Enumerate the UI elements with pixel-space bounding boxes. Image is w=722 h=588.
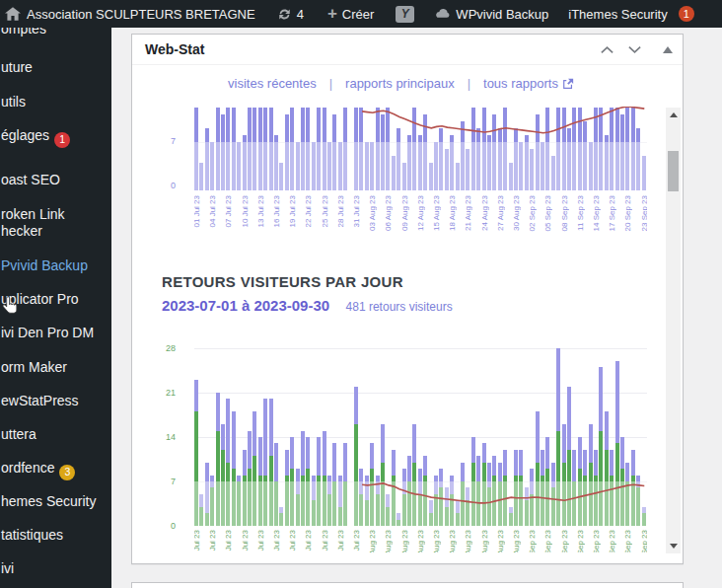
chart-xtick-label: Aug 23: [368, 530, 377, 552]
report-date-range: 2023-07-01 à 2023-09-30: [162, 297, 329, 314]
link-visites-recentes[interactable]: visites récentes: [228, 76, 317, 91]
trend-line: [194, 107, 647, 190]
chart-xtick-label: Jul 23: [352, 530, 361, 551]
chart-xtick-label: 28 Jul 23: [336, 195, 345, 227]
sidebar-item-label: uttera: [1, 426, 36, 442]
link-tous-rapports[interactable]: tous rapports: [483, 76, 558, 91]
report-total-count: 481 retours visiteurs: [346, 300, 453, 314]
chart2-ytick-21: 21: [140, 388, 176, 398]
wpvivid-backup-menu[interactable]: WPvivid Backup: [434, 7, 548, 22]
move-down-icon[interactable]: [627, 45, 642, 54]
chart-xtick-label: Sep 23: [623, 530, 632, 552]
chart-xtick-label: 01 Jul 23: [194, 195, 201, 227]
chart-xtick-label: Jul 23: [208, 530, 217, 551]
chart-xtick-label: Aug 23: [400, 530, 409, 552]
sidebar-item-oast-seo[interactable]: oast SEO: [1, 173, 60, 187]
chart-xtick-label: 03 Aug 23: [368, 195, 377, 231]
chart-xtick-label: Sep 23: [560, 530, 569, 552]
cloud-icon: [434, 8, 451, 20]
scrollbar-thumb[interactable]: [668, 151, 679, 191]
sidebar-item-label: églages: [1, 127, 49, 143]
sidebar-item-ivi[interactable]: ivi: [1, 561, 14, 576]
sidebar-item-orm-maker[interactable]: orm Maker: [1, 360, 67, 375]
updates-button[interactable]: 4: [277, 7, 304, 22]
ithemes-security-menu[interactable]: iThemes Security 1: [568, 6, 693, 22]
chart-xtick-label: 10 Jul 23: [241, 195, 250, 227]
next-panel-edge: [131, 582, 684, 588]
chart-xtick-label: 24 Aug 23: [480, 195, 489, 231]
scroll-down-icon[interactable]: [666, 539, 681, 553]
sidebar-item-label: ivi Den Pro DM: [1, 325, 94, 340]
chart-xtick-label: 21 Aug 23: [464, 195, 472, 231]
content-area: Web-Stat visites récentes|rapports princ…: [111, 28, 722, 588]
site-name-link[interactable]: Association SCULPTEURS BRETAGNE: [27, 7, 255, 22]
chart-xtick-label: 02 Sep 23: [528, 195, 537, 231]
chart-xtick-label: Jul 23: [224, 530, 233, 551]
returns-chart-xlabels: Jul 23Jul 23Jul 23Jul 23Jul 23Jul 23Jul …: [194, 530, 647, 552]
sidebar-item-hemes-security[interactable]: hemes Security: [1, 494, 96, 509]
security-notification-badge: 1: [679, 6, 694, 22]
chart-xtick-label: 19 Jul 23: [288, 195, 297, 227]
chart-xtick-label: Sep 23: [640, 530, 647, 552]
chart-xtick-label: Jul 23: [256, 530, 265, 551]
admin-sidebar: omptesutureutilséglages1oast SEOroken Li…: [0, 0, 111, 588]
scroll-up-icon[interactable]: [666, 108, 681, 122]
returns-chart-plot: [194, 348, 647, 526]
report-links: visites récentes|rapports principaux|tou…: [132, 76, 670, 93]
chart-xtick-label: Sep 23: [592, 530, 601, 552]
chart-xtick-label: 05 Sep 23: [543, 195, 552, 231]
chart2-ytick-14: 14: [140, 432, 176, 442]
sidebar-item-ivi-den-pro-dm[interactable]: ivi Den Pro DM: [1, 326, 94, 340]
chart-xtick-label: 31 Jul 23: [352, 195, 361, 227]
report-scrollbar[interactable]: [666, 108, 681, 553]
move-up-icon[interactable]: [600, 45, 614, 54]
chart-xtick-label: Sep 23: [576, 530, 585, 552]
link-rapports-principaux[interactable]: rapports principaux: [345, 76, 455, 91]
chart-xtick-label: Aug 23: [432, 530, 441, 552]
chart-xtick-label: Sep 23: [608, 530, 616, 552]
sidebar-item-label: ewStatPress: [1, 393, 79, 408]
sidebar-item-uture[interactable]: uture: [1, 60, 33, 75]
chart-xtick-label: Aug 23: [384, 530, 393, 552]
chart-xtick-label: 09 Aug 23: [400, 195, 409, 231]
sidebar-item--glages[interactable]: églages1: [1, 128, 70, 148]
chart-xtick-label: 30 Aug 23: [512, 195, 521, 231]
wpvivid-label: WPvivid Backup: [456, 7, 548, 22]
chart-xtick-label: Jul 23: [241, 530, 250, 551]
yoast-seo-icon[interactable]: Y: [396, 6, 414, 23]
new-content-label: Créer: [342, 7, 375, 22]
new-content-button[interactable]: + Créer: [327, 7, 374, 22]
external-link-icon: [562, 78, 574, 93]
sidebar-item-ordfence[interactable]: ordfence3: [1, 461, 75, 480]
chart-xtick-label: Aug 23: [448, 530, 457, 552]
sidebar-item-badge: 3: [59, 465, 75, 480]
chart1-ytick-0: 0: [140, 181, 176, 190]
chart-xtick-label: 07 Jul 23: [224, 195, 233, 227]
chart-xtick-label: 18 Aug 23: [448, 195, 457, 231]
chart2-ytick-7: 7: [140, 477, 176, 486]
admin-bar: Association SCULPTEURS BRETAGNE 4 + Crée…: [0, 0, 722, 28]
update-count: 4: [297, 7, 304, 22]
chart2-ytick-28: 28: [140, 343, 176, 353]
sidebar-item-ewstatpress[interactable]: ewStatPress: [1, 394, 79, 408]
sidebar-item-roken-link[interactable]: roken Linkhecker: [1, 207, 65, 239]
chart-xtick-label: 04 Jul 23: [208, 195, 217, 227]
chart-xtick-label: Aug 23: [416, 530, 425, 552]
sidebar-item-pvivid-backup[interactable]: Pvivid Backup: [1, 258, 88, 273]
sidebar-item-tatistiques[interactable]: tatistiques: [1, 528, 63, 543]
home-icon[interactable]: [5, 7, 21, 21]
sidebar-item-badge: 1: [54, 132, 70, 148]
toggle-panel-icon[interactable]: [663, 46, 673, 53]
chart-xtick-label: 13 Jul 23: [256, 195, 265, 227]
panel-title: Web-Stat: [132, 41, 204, 57]
chart-xtick-label: Aug 23: [496, 530, 505, 552]
chart2-ytick-0: 0: [140, 521, 176, 531]
chart-xtick-label: 25 Jul 23: [321, 195, 329, 227]
sidebar-item-label: Pvivid Backup: [1, 257, 88, 273]
chart-xtick-label: Jul 23: [304, 530, 313, 551]
sidebar-item-utils[interactable]: utils: [1, 95, 26, 110]
link-separator: |: [468, 76, 470, 91]
link-separator: |: [329, 76, 332, 91]
sidebar-item-uttera[interactable]: uttera: [1, 427, 36, 442]
webstat-report-frame: 7 0 01 Jul 2304 Jul 2307 Jul 2310 Jul 23…: [132, 100, 670, 553]
